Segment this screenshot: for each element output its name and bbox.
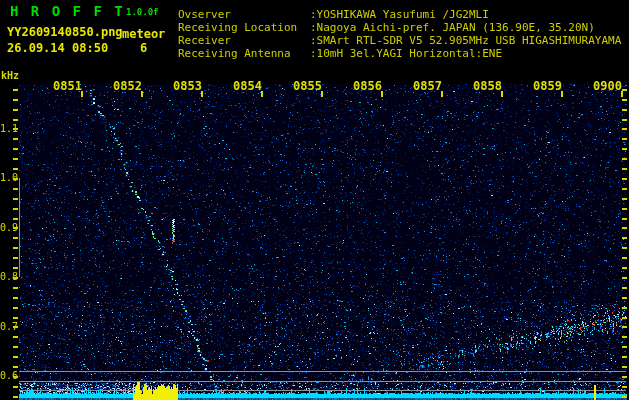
spectrogram-heatmap — [0, 0, 629, 400]
info-value: :YOSHIKAWA Yasufumi /JG2MLI — [310, 8, 489, 21]
info-value: :Nagoya Aichi-pref. JAPAN (136.90E, 35.2… — [310, 21, 595, 34]
y-tick-label: 0.8 — [0, 271, 13, 282]
x-tick-label: 0900 — [593, 79, 622, 93]
info-row: Receiving Antenna:10mH 3el.YAGI Horizont… — [178, 47, 502, 60]
record-datetime: 26.09.14 08:50 — [7, 42, 108, 55]
y-tick-label: 1.0 — [0, 172, 13, 183]
info-row: Receiving Location:Nagoya Aichi-pref. JA… — [178, 21, 595, 34]
info-value: :SMArt RTL-SDR V5 52.905MHz USB HIGASHIM… — [310, 34, 621, 47]
x-tick-label: 0853 — [173, 79, 202, 93]
x-tick-label: 0856 — [353, 79, 382, 93]
mode-label: meteor — [122, 28, 165, 41]
app-version: 1.0.0f — [126, 8, 159, 18]
info-label: Receiver — [178, 34, 310, 47]
info-value: :10mH 3el.YAGI Horizontal:ENE — [310, 47, 502, 60]
x-tick-label: 0854 — [233, 79, 262, 93]
y-tick-label: 0.6 — [0, 370, 13, 381]
info-label: Receiving Antenna — [178, 47, 310, 60]
y-tick-label: 0.9 — [0, 222, 13, 233]
info-row: Receiver:SMArt RTL-SDR V5 52.905MHz USB … — [178, 34, 621, 47]
x-tick-label: 0858 — [473, 79, 502, 93]
x-tick-label: 0855 — [293, 79, 322, 93]
y-axis-unit-label: kHz — [1, 70, 19, 81]
x-tick-label: 0852 — [113, 79, 142, 93]
output-filename: YY2609140850.png — [7, 26, 123, 39]
y-tick-label: 0.7 — [0, 321, 13, 332]
app-title: H R O F F T — [10, 4, 125, 19]
hrofft-output-window: H R O F F T 1.0.0f YY2609140850.png mete… — [0, 0, 629, 400]
meteor-count: 6 — [140, 42, 147, 55]
x-tick-label: 0851 — [53, 79, 82, 93]
info-row: Ovserver:YOSHIKAWA Yasufumi /JG2MLI — [178, 8, 489, 21]
info-label: Receiving Location — [178, 21, 310, 34]
x-tick-label: 0857 — [413, 79, 442, 93]
y-tick-label: 1.1 — [0, 123, 13, 134]
info-label: Ovserver — [178, 8, 310, 21]
x-tick-label: 0859 — [533, 79, 562, 93]
